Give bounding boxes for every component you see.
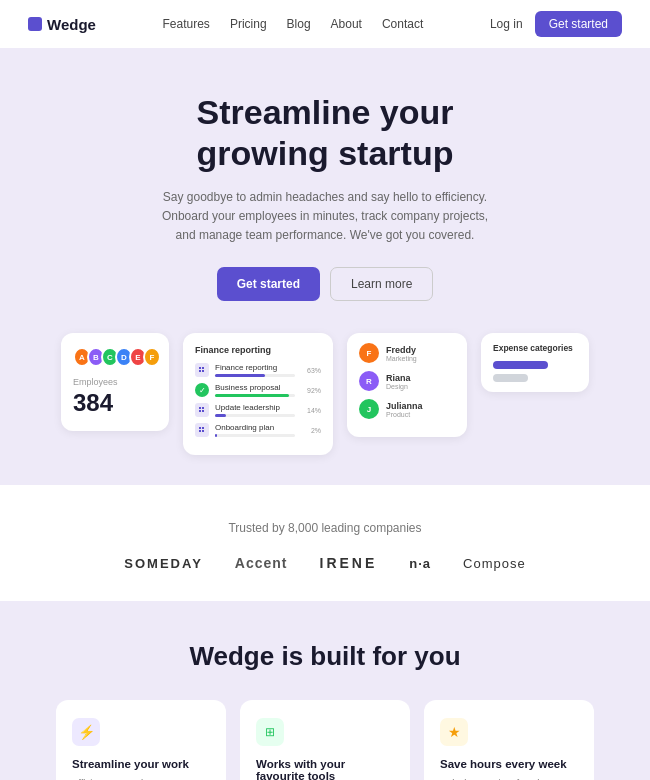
nav-blog[interactable]: Blog xyxy=(287,17,311,31)
expense-card: Expense categories xyxy=(481,333,589,392)
feature-card-2: ⊞ Works with your favourite tools Integr… xyxy=(240,700,410,780)
employee-card: A B C D E F Employees 384 xyxy=(61,333,169,431)
task-pct-3: 14% xyxy=(301,407,321,414)
employee-label: Employees xyxy=(73,377,157,387)
task-icon-4 xyxy=(195,423,209,437)
team-avatar-2: R xyxy=(359,371,379,391)
team-info-2: Riana Design xyxy=(386,373,455,390)
nav-contact[interactable]: Contact xyxy=(382,17,423,31)
team-badge-1: Marketing xyxy=(386,355,455,362)
team-badge-3: Product xyxy=(386,411,455,418)
task-name-4: Onboarding plan xyxy=(215,423,295,432)
expense-bar-row-1 xyxy=(493,361,577,369)
task-row-4: Onboarding plan 2% xyxy=(195,423,321,437)
svg-rect-11 xyxy=(202,430,204,432)
svg-rect-2 xyxy=(199,370,201,372)
logo-irene: IRENE xyxy=(320,555,378,571)
svg-rect-5 xyxy=(202,407,204,409)
feature-card-3: ★ Save hours every week Unlock more time… xyxy=(424,700,594,780)
task-info-3: Update leadership xyxy=(215,403,295,417)
task-row-1: Finance reporting 63% xyxy=(195,363,321,377)
feature-desc-1: Efficiency starts here. Streamline your … xyxy=(72,776,210,780)
feature-title-2: Works with your favourite tools xyxy=(256,758,394,780)
avatar-row: A B C D E F xyxy=(73,347,157,367)
nav-pricing[interactable]: Pricing xyxy=(230,17,267,31)
logo-accent: Accent xyxy=(235,555,288,571)
hero-title: Streamline your growing startup xyxy=(80,92,570,174)
team-name-2: Riana xyxy=(386,373,455,383)
svg-rect-3 xyxy=(202,370,204,372)
built-title: Wedge is built for you xyxy=(30,641,620,672)
feature-title-3: Save hours every week xyxy=(440,758,578,770)
team-avatar-1: F xyxy=(359,343,379,363)
svg-rect-0 xyxy=(199,367,201,369)
feature-title-1: Streamline your work xyxy=(72,758,210,770)
hero-section: Streamline your growing startup Say good… xyxy=(0,48,650,485)
task-name-3: Update leadership xyxy=(215,403,295,412)
svg-rect-1 xyxy=(202,367,204,369)
navbar: Wedge Features Pricing Blog About Contac… xyxy=(0,0,650,48)
nav-features[interactable]: Features xyxy=(163,17,210,31)
team-badge-2: Design xyxy=(386,383,455,390)
svg-rect-7 xyxy=(202,410,204,412)
task-info-2: Business proposal xyxy=(215,383,295,397)
logo-text: Wedge xyxy=(47,16,96,33)
team-avatar-3: J xyxy=(359,399,379,419)
task-icon-1 xyxy=(195,363,209,377)
svg-rect-4 xyxy=(199,407,201,409)
team-info-3: Julianna Product xyxy=(386,401,455,418)
team-name-3: Julianna xyxy=(386,401,455,411)
feature-desc-3: Unlock more time for what matters. Save … xyxy=(440,776,578,780)
logo-na: n·a xyxy=(409,556,431,571)
expense-bar-1 xyxy=(493,361,548,369)
svg-rect-9 xyxy=(202,427,204,429)
task-name-1: Finance reporting xyxy=(215,363,295,372)
feature-icon-1: ⚡ xyxy=(72,718,100,746)
logo[interactable]: Wedge xyxy=(28,16,96,33)
svg-rect-8 xyxy=(199,427,201,429)
feature-icon-3: ★ xyxy=(440,718,468,746)
task-pct-4: 2% xyxy=(301,427,321,434)
trusted-section: Trusted by 8,000 leading companies SOMED… xyxy=(0,485,650,601)
logos-row: SOMEDAY Accent IRENE n·a Compose xyxy=(30,555,620,571)
logo-icon xyxy=(28,17,42,31)
avatar-6: F xyxy=(143,347,161,367)
task-icon-2 xyxy=(195,383,209,397)
svg-rect-10 xyxy=(199,430,201,432)
task-row-3: Update leadership 14% xyxy=(195,403,321,417)
expense-bar-2 xyxy=(493,374,528,382)
trusted-title: Trusted by 8,000 leading companies xyxy=(30,521,620,535)
logo-compose: Compose xyxy=(463,556,526,571)
svg-rect-6 xyxy=(199,410,201,412)
expense-bar-row-2 xyxy=(493,374,577,382)
team-row-3: J Julianna Product xyxy=(359,399,455,419)
team-info-1: Freddy Marketing xyxy=(386,345,455,362)
feature-card-1: ⚡ Streamline your work Efficiency starts… xyxy=(56,700,226,780)
expense-bars xyxy=(493,361,577,382)
feature-cards: ⚡ Streamline your work Efficiency starts… xyxy=(30,700,620,780)
hero-learn-more-button[interactable]: Learn more xyxy=(330,267,433,301)
nav-about[interactable]: About xyxy=(331,17,362,31)
feature-icon-2: ⊞ xyxy=(256,718,284,746)
task-pct-2: 92% xyxy=(301,387,321,394)
finance-title: Finance reporting xyxy=(195,345,321,355)
task-pct-1: 63% xyxy=(301,367,321,374)
employee-count: 384 xyxy=(73,389,157,417)
hero-content: Streamline your growing startup Say good… xyxy=(0,48,650,301)
login-button[interactable]: Log in xyxy=(490,17,523,31)
task-row-2: Business proposal 92% xyxy=(195,383,321,397)
expense-title: Expense categories xyxy=(493,343,577,353)
hero-get-started-button[interactable]: Get started xyxy=(217,267,320,301)
task-info-4: Onboarding plan xyxy=(215,423,295,437)
task-icon-3 xyxy=(195,403,209,417)
team-card: F Freddy Marketing R Riana Design J Juli… xyxy=(347,333,467,437)
team-name-1: Freddy xyxy=(386,345,455,355)
team-row-1: F Freddy Marketing xyxy=(359,343,455,363)
finance-card: Finance reporting Finance reporting 63% … xyxy=(183,333,333,455)
logo-someday: SOMEDAY xyxy=(124,556,203,571)
nav-right: Log in Get started xyxy=(490,11,622,37)
nav-links: Features Pricing Blog About Contact xyxy=(163,17,424,31)
hero-subtitle: Say goodbye to admin headaches and say h… xyxy=(155,188,495,246)
built-section: Wedge is built for you ⚡ Streamline your… xyxy=(0,601,650,780)
nav-get-started-button[interactable]: Get started xyxy=(535,11,622,37)
